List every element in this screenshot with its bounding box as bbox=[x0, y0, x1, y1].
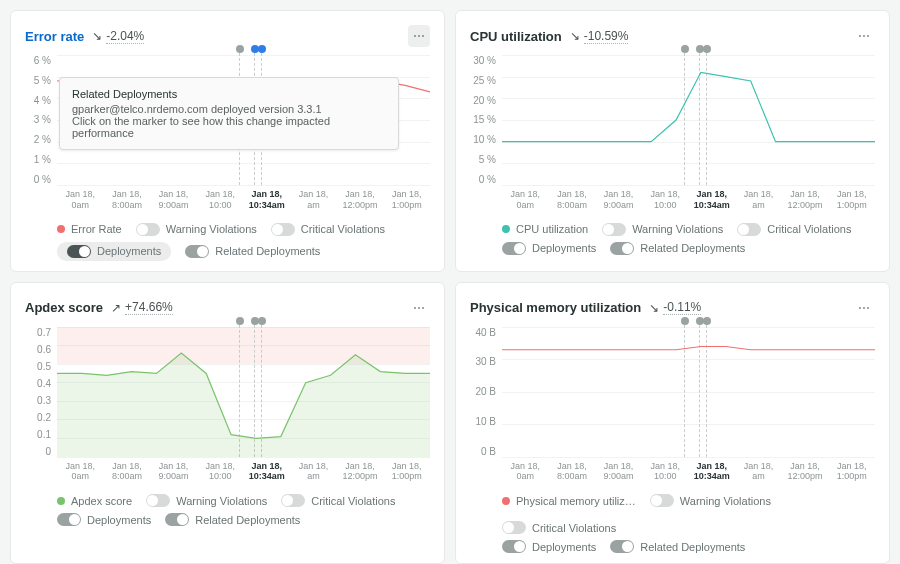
legend-row-1: Physical memory utiliz… Warning Violatio… bbox=[502, 494, 875, 534]
toggle-deployments[interactable]: Deployments bbox=[57, 513, 151, 526]
chart-area-error-rate: 6 %5 %4 %3 %2 %1 %0 % Related Deployment… bbox=[25, 55, 430, 185]
ellipsis-icon: ⋯ bbox=[413, 29, 425, 43]
legend-series-label: Apdex score bbox=[71, 495, 132, 507]
legend-row-2: Deployments Related Deployments bbox=[502, 540, 875, 553]
toggle-critical[interactable]: Critical Violations bbox=[502, 521, 616, 534]
card-memory: Physical memory utilization ↘ -0.11% ⋯ 4… bbox=[455, 282, 890, 564]
card-title[interactable]: Error rate bbox=[25, 29, 84, 44]
legend-row-1: Apdex score Warning Violations Critical … bbox=[57, 494, 430, 507]
card-title[interactable]: Physical memory utilization bbox=[470, 300, 641, 315]
card-header: Physical memory utilization ↘ -0.11% ⋯ bbox=[470, 297, 875, 319]
card-menu-button[interactable]: ⋯ bbox=[408, 25, 430, 47]
card-title[interactable]: Apdex score bbox=[25, 300, 103, 315]
card-error-rate: Error rate ↘ -2.04% ⋯ 6 %5 %4 %3 %2 %1 %… bbox=[10, 10, 445, 272]
legend-series[interactable]: Error Rate bbox=[57, 223, 122, 235]
series-color-dot bbox=[57, 497, 65, 505]
trend-down-icon: ↘ bbox=[92, 29, 102, 43]
x-axis: Jan 18,0amJan 18,8:00amJan 18,9:00amJan … bbox=[57, 461, 430, 483]
legend-row-1: CPU utilization Warning Violations Criti… bbox=[502, 223, 875, 236]
legend-series[interactable]: Physical memory utiliz… bbox=[502, 495, 636, 507]
toggle-deployments[interactable]: Deployments bbox=[57, 242, 171, 261]
toggle-deployments[interactable]: Deployments bbox=[502, 540, 596, 553]
chart-area-memory: 40 B30 B20 B10 B0 B bbox=[470, 327, 875, 457]
legend-row-1: Error Rate Warning Violations Critical V… bbox=[57, 223, 430, 236]
card-title[interactable]: CPU utilization bbox=[470, 29, 562, 44]
trend-up-icon: ↗ bbox=[111, 301, 121, 315]
card-apdex: Apdex score ↗ +74.66% ⋯ 0.70.60.50.40.30… bbox=[10, 282, 445, 564]
toggle-critical[interactable]: Critical Violations bbox=[737, 223, 851, 236]
plot-error-rate[interactable]: Related Deployments gparker@telco.nrdemo… bbox=[57, 55, 430, 185]
ellipsis-icon: ⋯ bbox=[858, 301, 870, 315]
card-header: Error rate ↘ -2.04% ⋯ bbox=[25, 25, 430, 47]
toggle-deployments[interactable]: Deployments bbox=[502, 242, 596, 255]
ellipsis-icon: ⋯ bbox=[413, 301, 425, 315]
card-menu-button[interactable]: ⋯ bbox=[408, 297, 430, 319]
toggle-critical[interactable]: Critical Violations bbox=[271, 223, 385, 236]
legend-row-2: Deployments Related Deployments bbox=[57, 513, 430, 526]
x-axis: Jan 18,0amJan 18,8:00amJan 18,9:00amJan … bbox=[502, 189, 875, 211]
trend-down-icon: ↘ bbox=[649, 301, 659, 315]
series-color-dot bbox=[502, 225, 510, 233]
tooltip-line2: Click on the marker to see how this chan… bbox=[72, 115, 386, 139]
y-axis: 0.70.60.50.40.30.20.10 bbox=[25, 327, 57, 457]
legend-series-label: Error Rate bbox=[71, 223, 122, 235]
series-color-dot bbox=[502, 497, 510, 505]
trend-indicator: ↘ -10.59% bbox=[570, 29, 629, 44]
trend-down-icon: ↘ bbox=[570, 29, 580, 43]
toggle-related-deployments[interactable]: Related Deployments bbox=[610, 540, 745, 553]
card-header: CPU utilization ↘ -10.59% ⋯ bbox=[470, 25, 875, 47]
card-menu-button[interactable]: ⋯ bbox=[853, 297, 875, 319]
card-header: Apdex score ↗ +74.66% ⋯ bbox=[25, 297, 430, 319]
plot-cpu[interactable] bbox=[502, 55, 875, 185]
toggle-related-deployments[interactable]: Related Deployments bbox=[185, 245, 320, 258]
dashboard-grid: Error rate ↘ -2.04% ⋯ 6 %5 %4 %3 %2 %1 %… bbox=[10, 10, 890, 564]
toggle-warning[interactable]: Warning Violations bbox=[136, 223, 257, 236]
legend-row-2: Deployments Related Deployments bbox=[57, 242, 430, 261]
toggle-warning[interactable]: Warning Violations bbox=[650, 494, 771, 507]
deployment-tooltip: Related Deployments gparker@telco.nrdemo… bbox=[59, 77, 399, 150]
trend-indicator: ↘ -2.04% bbox=[92, 29, 144, 44]
toggle-warning[interactable]: Warning Violations bbox=[602, 223, 723, 236]
legend-series[interactable]: CPU utilization bbox=[502, 223, 588, 235]
trend-indicator: ↘ -0.11% bbox=[649, 300, 701, 315]
plot-memory[interactable] bbox=[502, 327, 875, 457]
legend-series-label: CPU utilization bbox=[516, 223, 588, 235]
trend-value: -2.04% bbox=[106, 29, 144, 44]
plot-apdex[interactable] bbox=[57, 327, 430, 457]
tooltip-title: Related Deployments bbox=[72, 88, 386, 100]
chart-area-cpu: 30 %25 %20 %15 %10 %5 %0 % bbox=[470, 55, 875, 185]
legend-series[interactable]: Apdex score bbox=[57, 495, 132, 507]
card-cpu: CPU utilization ↘ -10.59% ⋯ 30 %25 %20 %… bbox=[455, 10, 890, 272]
ellipsis-icon: ⋯ bbox=[858, 29, 870, 43]
trend-value: -10.59% bbox=[584, 29, 629, 44]
x-axis: Jan 18,0amJan 18,8:00amJan 18,9:00amJan … bbox=[57, 189, 430, 211]
y-axis: 6 %5 %4 %3 %2 %1 %0 % bbox=[25, 55, 57, 185]
legend-row-2: Deployments Related Deployments bbox=[502, 242, 875, 255]
trend-indicator: ↗ +74.66% bbox=[111, 300, 173, 315]
y-axis: 30 %25 %20 %15 %10 %5 %0 % bbox=[470, 55, 502, 185]
trend-value: +74.66% bbox=[125, 300, 173, 315]
trend-value: -0.11% bbox=[663, 300, 701, 315]
legend-series-label: Physical memory utiliz… bbox=[516, 495, 636, 507]
tooltip-line1: gparker@telco.nrdemo.com deployed versio… bbox=[72, 103, 386, 115]
series-color-dot bbox=[57, 225, 65, 233]
chart-area-apdex: 0.70.60.50.40.30.20.10 bbox=[25, 327, 430, 457]
x-axis: Jan 18,0amJan 18,8:00amJan 18,9:00amJan … bbox=[502, 461, 875, 483]
toggle-related-deployments[interactable]: Related Deployments bbox=[165, 513, 300, 526]
card-menu-button[interactable]: ⋯ bbox=[853, 25, 875, 47]
y-axis: 40 B30 B20 B10 B0 B bbox=[470, 327, 502, 457]
toggle-related-deployments[interactable]: Related Deployments bbox=[610, 242, 745, 255]
toggle-critical[interactable]: Critical Violations bbox=[281, 494, 395, 507]
toggle-warning[interactable]: Warning Violations bbox=[146, 494, 267, 507]
